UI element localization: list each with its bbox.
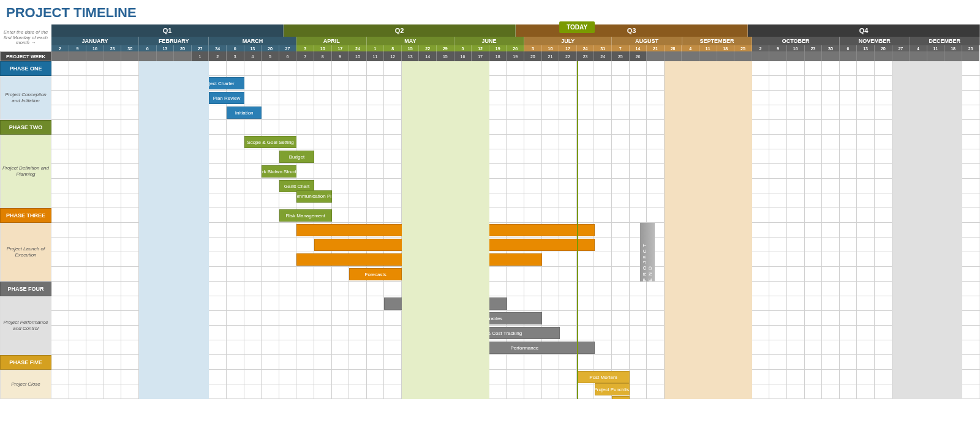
day-cell: 16 [787,45,805,51]
project-week-cell [805,51,823,61]
timeline-container: PROJECT TIMELINE TODAY Enter the date of… [0,0,980,399]
gantt-bar[interactable]: Budget [279,151,314,163]
gantt-bar[interactable]: Work Bkdwn Structure [262,165,296,178]
project-week-cell: 3 [227,51,244,61]
project-week-cell: 24 [594,51,612,61]
phase-header: PHASE TWO [0,120,51,135]
day-cell: 34 [209,45,227,51]
day-cell: 9 [69,45,87,51]
project-week-cell: 5 [262,51,279,61]
gantt-bar[interactable]: Plan Review [209,92,244,104]
month-header: NOVEMBER [840,37,910,45]
project-week-cell [944,51,962,61]
day-cell: 17 [559,45,577,51]
day-cell: 24 [349,45,367,51]
day-cell: 18 [944,45,962,51]
project-week-cell: 1 [192,51,209,61]
day-cell: 24 [577,45,595,51]
project-week-cell: 13 [402,51,420,61]
header-quarters-row: Enter the date of the first Monday of ea… [0,24,980,51]
day-cell: 30 [822,45,840,51]
project-week-cell: 11 [367,51,385,61]
phase-description: Project Performance and Control [0,296,51,355]
day-cell: 4 [910,45,927,51]
quarter-header: Q2 [284,24,516,37]
day-cell: 23 [805,45,823,51]
month-header: AUGUST [612,37,682,45]
day-cell: 6 [227,45,244,51]
quarter-header: Q1 [51,24,284,37]
month-header: MAY [367,37,454,45]
gantt-bar[interactable]: Post Mortem [577,371,630,383]
day-cell: 11 [699,45,717,51]
gantt-bar[interactable]: Initiation [227,107,262,119]
phase-header: PHASE FOUR [0,282,51,296]
day-cell: 3 [524,45,542,51]
gantt-bar[interactable]: Communication Plan [296,190,331,203]
month-band [892,61,962,399]
gantt-bar[interactable]: Scope & Goal Setting [244,136,297,148]
project-week-cell: 16 [454,51,472,61]
project-week-row: PROJECT WEEK 123456789101112131415161718… [0,51,980,61]
day-cell: 20 [174,45,192,51]
day-cell: 19 [489,45,507,51]
project-week-cell [139,51,157,61]
project-week-cell [699,51,717,61]
project-week-cell [840,51,858,61]
day-cell: 13 [157,45,175,51]
month-band [665,61,752,399]
day-cell: 2 [752,45,770,51]
day-cell: 6 [139,45,157,51]
day-cell: 18 [717,45,735,51]
project-week-cell [682,51,699,61]
phase-description: Project Launch of Execution [0,223,51,282]
project-week-cell: 7 [296,51,314,61]
phase-sidebar: PHASE ONEProject Conception and Initiati… [0,61,51,399]
project-week-cell: 18 [489,51,507,61]
day-cell: 30 [121,45,139,51]
phase-description: Project Close [0,370,51,399]
project-week-cell [769,51,787,61]
day-cell: 5 [454,45,472,51]
project-week-cell [787,51,805,61]
phase-description: Project Conception and Initiation [0,76,51,120]
project-week-cell: 25 [612,51,630,61]
quarter-header: Q3 [516,24,748,37]
day-cell: 29 [437,45,454,51]
project-week-cell: 6 [279,51,297,61]
month-band [402,61,489,399]
day-cell: 20 [262,45,279,51]
gantt-bar[interactable]: Risk Management [279,209,332,222]
today-flag: TODAY [559,21,595,33]
gantt-bar[interactable]: Report [612,396,630,399]
day-cell: 11 [927,45,945,51]
day-cell: 7 [612,45,630,51]
project-week-cell [962,51,980,61]
project-week-cell: 12 [384,51,402,61]
project-week-cells: 1234567891011121314151617181920212223242… [51,51,980,61]
project-week-cell [910,51,927,61]
gantt-bar[interactable]: Project Punchlist [595,383,630,395]
project-week-cell [647,51,665,61]
month-header: JUNE [454,37,524,45]
day-cell: 2 [51,45,69,51]
header-grid: Q1Q2Q3Q4JANUARYFEBRUARYMARCHAPRILMAYJUNE… [51,24,980,51]
day-cell: 13 [857,45,875,51]
day-cell: 14 [630,45,647,51]
project-week-cell: 15 [437,51,454,61]
project-week-cell: 26 [630,51,647,61]
month-header: JULY [524,37,612,45]
day-cell: 15 [402,45,420,51]
day-cell: 12 [472,45,489,51]
phase-header: PHASE THREE [0,208,51,223]
day-cell: 10 [314,45,332,51]
day-cell: 23 [104,45,122,51]
month-header: MARCH [209,37,296,45]
gantt-bar[interactable]: Forecasts [349,268,402,280]
project-week-cell: 22 [559,51,577,61]
project-week-cell [104,51,122,61]
day-cell: 10 [542,45,560,51]
phase-description: Project Definition and Planning [0,135,51,208]
month-band [139,61,209,399]
project-week-cell: 14 [419,51,437,61]
